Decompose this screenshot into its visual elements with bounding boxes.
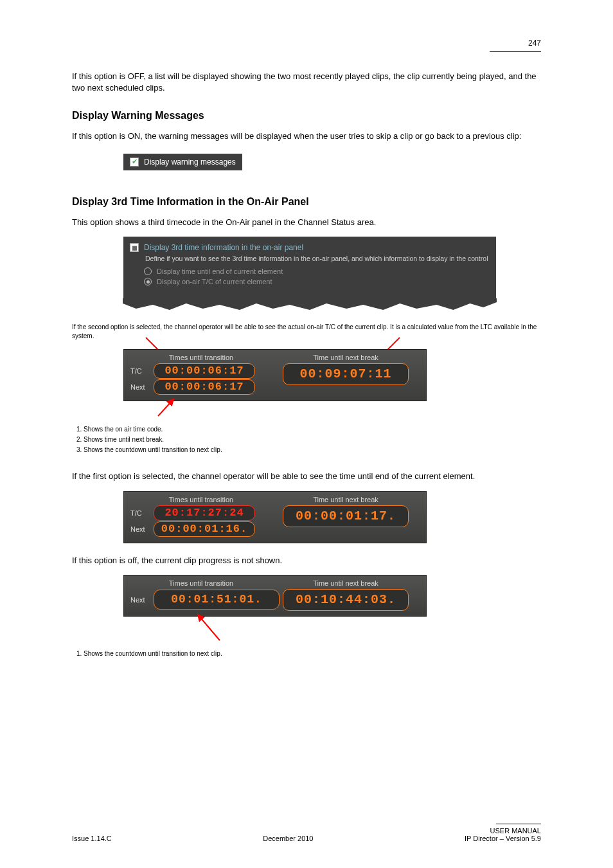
intro-paragraph: If this option is OFF, a list will be di…	[72, 71, 541, 93]
heading-display-warning: Display Warning Messages	[72, 110, 541, 122]
footer-right1: USER MANUAL	[465, 827, 541, 835]
checkbox-checked-icon[interactable]: ✔	[130, 158, 139, 167]
figA-b3: Shows the countdown until transition to …	[84, 445, 541, 455]
next-value-c: 00:01:51:01.	[154, 590, 280, 610]
panel-3rd-time-option: ◼ Display 3rd time information in the on…	[123, 237, 496, 307]
col-hdr-break-c: Time until next break	[313, 579, 378, 587]
col-hdr-break-b: Time until next break	[313, 496, 378, 503]
next-value: 00:00:06:17	[154, 379, 255, 395]
radio-selected-icon[interactable]	[144, 278, 152, 285]
header-rule	[490, 51, 541, 52]
panel2-subtext: Define if you want to see the 3rd time i…	[145, 255, 490, 262]
panel-warning-option: ✔ Display warning messages	[123, 154, 242, 170]
third-para1: This option shows a third timecode in th…	[72, 217, 541, 228]
figA-b2: Shows time until next break.	[84, 435, 541, 445]
page-content: If this option is OFF, a list will be di…	[72, 71, 541, 657]
heading-3rd-time: Display 3rd Time Information in the On-A…	[72, 196, 541, 208]
footer-right2: IP Director – Version 5.9	[465, 835, 541, 842]
page-footer: Issue 1.14.C December 2010 USER MANUAL I…	[72, 824, 541, 842]
label-next-c: Next	[130, 596, 154, 604]
radio-opt1-label: Display time until end of current elemen…	[157, 267, 283, 275]
checkbox-indeterminate-icon[interactable]: ◼	[130, 243, 139, 252]
panel2-title: Display 3rd time information in the on-a…	[144, 243, 303, 252]
footer-right: USER MANUAL IP Director – Version 5.9	[465, 824, 541, 842]
torn-edge-decor	[123, 298, 497, 312]
footer-left: Issue 1.14.C	[72, 835, 112, 842]
footer-rule	[496, 824, 541, 824]
label-tc-b: T/C	[130, 509, 154, 517]
radio-opt1-row[interactable]: Display time until end of current elemen…	[144, 267, 490, 275]
radio-opt2-label: Display on-air T/C of current element	[157, 278, 272, 285]
panel-warning-label: Display warning messages	[144, 158, 236, 167]
break-value-c: 00:10:44:03.	[283, 589, 409, 611]
figC-b1: Shows the countdown until transition to …	[84, 650, 541, 657]
warn-paragraph: If this option is ON, the warning messag…	[72, 131, 541, 142]
break-value: 00:09:07:11	[283, 363, 409, 385]
figC-callouts: Shows the countdown until transition to …	[84, 650, 541, 657]
label-next-b: Next	[130, 525, 154, 533]
label-next: Next	[130, 383, 154, 391]
figA-callouts: Shows the on air time code. Shows time u…	[84, 424, 541, 455]
label-tc: T/C	[130, 367, 154, 375]
footer-center: December 2010	[263, 835, 313, 842]
col-hdr-break: Time until next break	[313, 354, 378, 361]
third-para2: If the second option is selected, the ch…	[72, 323, 541, 340]
figA-b1: Shows the on air time code.	[84, 424, 541, 435]
page-number-top: 247	[528, 39, 541, 48]
third-para3: If the first option is selected, the cha…	[72, 471, 541, 482]
col-hdr-transition-c: Times until transition	[169, 579, 233, 587]
col-hdr-transition-b: Times until transition	[130, 496, 272, 503]
onair-panel-a: Times until transition T/C 00:00:06:17 N…	[123, 349, 427, 401]
radio-opt2-row[interactable]: Display on-air T/C of current element	[144, 278, 490, 285]
break-value-b: 00:00:01:17.	[283, 505, 409, 527]
radio-unselected-icon[interactable]	[144, 267, 152, 275]
onair-panel-b: Times until transition T/C 20:17:27:24 N…	[123, 491, 427, 543]
tc-value: 00:00:06:17	[154, 363, 255, 379]
tc-value-b: 20:17:27:24	[154, 505, 255, 521]
next-value-b: 00:00:01:16.	[154, 521, 255, 537]
col-hdr-transition: Times until transition	[130, 354, 272, 361]
onair-panel-c: Times until transition Next 00:01:51:01.…	[123, 575, 427, 617]
third-para4: If this option is off, the current clip …	[72, 555, 541, 566]
